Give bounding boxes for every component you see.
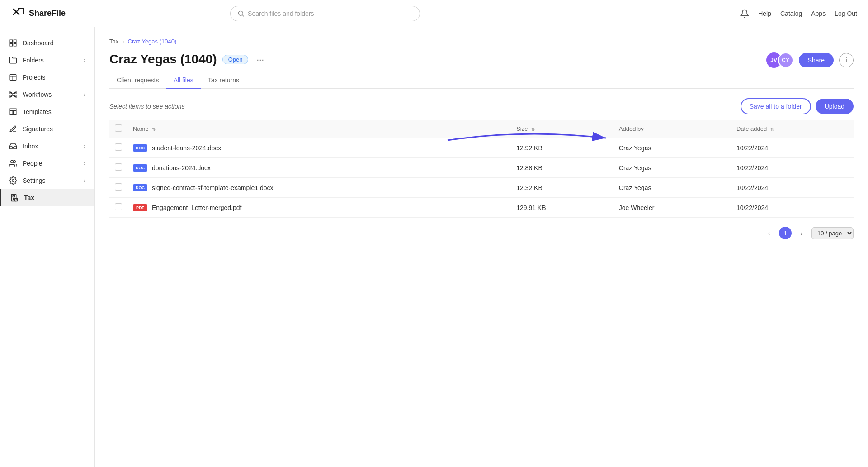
upload-button[interactable]: Upload xyxy=(816,99,854,114)
svg-rect-3 xyxy=(10,44,12,46)
sidebar-item-projects[interactable]: Projects xyxy=(0,69,94,86)
file-date-added: 10/22/2024 xyxy=(731,138,854,158)
file-type-icon: DOC xyxy=(133,184,147,191)
more-options-button[interactable]: ··· xyxy=(254,53,267,66)
select-all-checkbox[interactable] xyxy=(115,124,122,132)
file-type-icon: DOC xyxy=(133,164,147,172)
tab-tax-returns[interactable]: Tax returns xyxy=(201,72,246,89)
breadcrumb-tax[interactable]: Tax xyxy=(109,38,118,45)
file-table: Name ⇅ Size ⇅ Added by Date added ⇅ xyxy=(109,120,854,218)
svg-point-14 xyxy=(11,160,14,163)
page-header: Craz Yegas (1040) Open ··· xyxy=(109,52,267,67)
nav-catalog[interactable]: Catalog xyxy=(780,10,802,17)
file-name[interactable]: donations-2024.docx xyxy=(152,164,211,172)
sidebar-item-signatures[interactable]: Signatures xyxy=(0,120,94,138)
prev-page-button[interactable]: ‹ xyxy=(763,227,775,239)
actions-row: Select items to see actions Save all to … xyxy=(109,98,854,114)
sidebar-label-people: People xyxy=(23,160,42,167)
settings-icon xyxy=(9,176,17,185)
sidebar-label-dashboard: Dashboard xyxy=(23,39,54,47)
tax-icon xyxy=(10,194,19,202)
col-header-added-by: Added by xyxy=(613,120,731,138)
size-sort-icon: ⇅ xyxy=(531,127,535,132)
sidebar-item-workflows[interactable]: Workflows › xyxy=(0,86,94,103)
sidebar-item-templates[interactable]: Templates xyxy=(0,103,94,120)
svg-point-15 xyxy=(12,180,14,182)
share-button[interactable]: Share xyxy=(799,53,834,67)
page-title: Craz Yegas (1040) xyxy=(109,52,217,67)
sidebar-item-people[interactable]: People › xyxy=(0,155,94,172)
sidebar-item-dashboard[interactable]: Dashboard xyxy=(0,34,94,52)
file-name[interactable]: signed-contract-sf-template-example1.doc… xyxy=(152,184,273,191)
search-bar[interactable]: Search files and folders xyxy=(230,6,420,21)
app-name: ShareFile xyxy=(29,9,66,18)
row-checkbox[interactable] xyxy=(115,203,122,210)
breadcrumb-separator: › xyxy=(122,38,124,45)
inbox-chevron: › xyxy=(84,143,85,149)
svg-rect-17 xyxy=(13,196,15,197)
svg-rect-2 xyxy=(14,40,16,42)
logo[interactable]: ShareFile xyxy=(11,6,66,21)
date-sort-icon: ⇅ xyxy=(770,127,774,132)
info-icon: i xyxy=(845,57,847,64)
sidebar-item-tax[interactable]: Tax xyxy=(0,189,94,206)
status-badge: Open xyxy=(222,55,249,64)
col-header-date-added[interactable]: Date added ⇅ xyxy=(731,120,854,138)
svg-rect-1 xyxy=(10,40,12,42)
svg-rect-4 xyxy=(14,44,16,46)
layout: Dashboard Folders › Projects Workflows xyxy=(0,27,868,467)
nav-logout[interactable]: Log Out xyxy=(835,10,857,17)
col-header-name[interactable]: Name ⇅ xyxy=(127,120,511,138)
svg-point-10 xyxy=(15,96,17,97)
sidebar-item-inbox[interactable]: Inbox › xyxy=(0,138,94,155)
file-size: 129.91 KB xyxy=(511,198,613,218)
svg-rect-5 xyxy=(10,74,16,81)
main-content: Tax › Craz Yegas (1040) Craz Yegas (1040… xyxy=(95,27,868,467)
sidebar-label-folders: Folders xyxy=(23,57,44,64)
nav-help[interactable]: Help xyxy=(758,10,771,17)
next-page-button[interactable]: › xyxy=(795,227,808,239)
table-row[interactable]: PDF Engagement_Letter-merged.pdf 129.91 … xyxy=(109,198,854,218)
folders-icon xyxy=(9,56,17,64)
svg-rect-12 xyxy=(10,111,13,115)
dashboard-icon xyxy=(9,39,17,47)
workflows-icon xyxy=(9,91,17,99)
sidebar-label-templates: Templates xyxy=(23,108,52,115)
bell-icon[interactable] xyxy=(740,9,749,18)
row-checkbox[interactable] xyxy=(115,143,122,151)
avatar-cy: CY xyxy=(778,52,793,68)
tabs: Client requests All files Tax returns xyxy=(109,72,854,89)
nav-apps[interactable]: Apps xyxy=(811,10,826,17)
file-date-added: 10/22/2024 xyxy=(731,178,854,198)
people-chevron: › xyxy=(84,160,85,167)
folders-chevron: › xyxy=(84,57,85,63)
sidebar-item-settings[interactable]: Settings › xyxy=(0,172,94,189)
tab-client-requests[interactable]: Client requests xyxy=(109,72,166,89)
file-added-by: Craz Yegas xyxy=(613,158,731,178)
table-row[interactable]: DOC donations-2024.docx 12.88 KB Craz Ye… xyxy=(109,158,854,178)
info-button[interactable]: i xyxy=(839,53,854,67)
file-size: 12.32 KB xyxy=(511,178,613,198)
row-checkbox[interactable] xyxy=(115,163,122,171)
pagination: ‹ 1 › 10 / page 25 / page 50 / page xyxy=(109,227,854,239)
save-all-button[interactable]: Save all to a folder xyxy=(741,98,811,114)
table-row[interactable]: DOC signed-contract-sf-template-example1… xyxy=(109,178,854,198)
nav-actions: Help Catalog Apps Log Out xyxy=(740,9,857,18)
row-checkbox[interactable] xyxy=(115,183,122,191)
page-1-button[interactable]: 1 xyxy=(779,227,792,239)
select-hint: Select items to see actions xyxy=(109,103,185,110)
col-header-size[interactable]: Size ⇅ xyxy=(511,120,613,138)
signatures-icon xyxy=(9,125,17,133)
table-row[interactable]: DOC student-loans-2024.docx 12.92 KB Cra… xyxy=(109,138,854,158)
svg-point-0 xyxy=(238,11,243,15)
file-name[interactable]: student-loans-2024.docx xyxy=(152,144,221,152)
sidebar-item-folders[interactable]: Folders › xyxy=(0,52,94,69)
tab-all-files[interactable]: All files xyxy=(166,72,200,89)
breadcrumb-current: Craz Yegas (1040) xyxy=(128,38,177,45)
workflows-chevron: › xyxy=(84,91,85,98)
file-date-added: 10/22/2024 xyxy=(731,158,854,178)
per-page-select[interactable]: 10 / page 25 / page 50 / page xyxy=(811,227,854,239)
file-added-by: Joe Wheeler xyxy=(613,198,731,218)
inbox-icon xyxy=(9,142,17,150)
file-name[interactable]: Engagement_Letter-merged.pdf xyxy=(152,204,241,211)
